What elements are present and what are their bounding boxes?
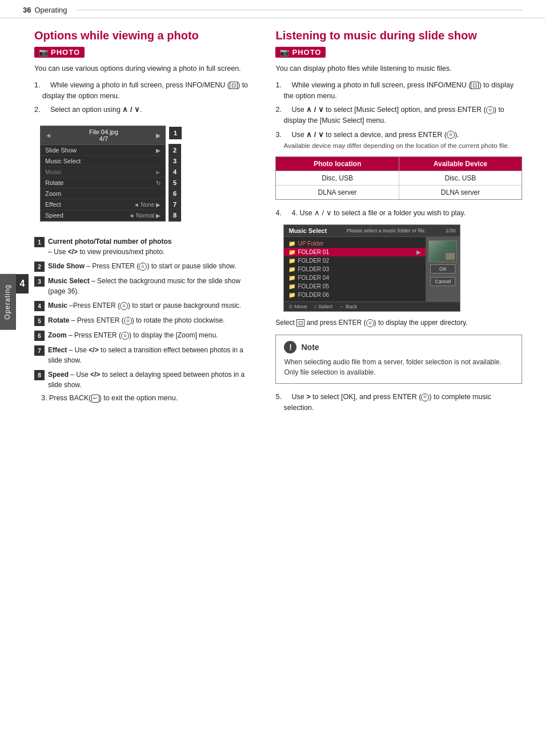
page-header: 36 Operating [0,0,545,18]
footer-move: ⊙ Move [288,304,307,309]
folder02-icon: 📁 [288,258,295,264]
left-intro: You can use various options during viewi… [34,63,253,74]
dialog-count: 1/30 [446,228,456,234]
menu-header-title: File 04.jpg4/7 [89,128,118,142]
note-header: ! Note [284,341,514,353]
dialog-title-bar: Music Select Please select a music folde… [284,225,460,237]
table-cell-dev-1: Disc, USB [399,171,522,185]
enter-circle-3: ⊙ [447,131,455,139]
footer-back: ← Back [339,304,357,309]
dialog-item-folder05[interactable]: 📁 FOLDER 05 [284,282,426,291]
desc-badge-2: 2 [34,262,45,272]
note-exclamation-icon: ! [284,341,296,353]
desc-badge-3: 3 [34,276,45,287]
device-table: Photo location Available Device Disc, US… [275,156,522,200]
right-column: Listening to music during slide show 📷 P… [270,29,522,739]
right-step-3: 3. Use ∧ / ∨ to select a device, and pre… [275,130,522,151]
dialog-item-folder02[interactable]: 📁 FOLDER 02 [284,256,426,265]
desc-badge-5: 5 [34,316,45,326]
desc-badge-8: 8 [34,370,45,380]
folder05-icon: 📁 [288,283,295,289]
footer-move-label: Move [294,304,307,309]
folder01-arrow: ▶ [416,249,421,255]
right-step-4: 4. 4. Use ∧ / ∨ to select a file or a fo… [275,208,522,219]
dialog-subtitle: Please select a music folder or file. [327,228,446,234]
badge-1: 1 [169,127,182,139]
menu-item-speed: Speed ◄ Normal ▶ 8 [41,210,165,221]
left-step-3: 3. Press BACK(↩) to exit the option menu… [34,394,253,403]
enter-circle-icon-2: ⊙ [120,302,128,310]
dialog-item-up[interactable]: 📁 UP Folder [284,239,426,248]
left-step-1: 1. While viewing a photo in full screen,… [34,80,253,102]
menu-item-music: Music ▶ 4 [41,167,165,178]
folder02-label: FOLDER 02 [298,258,328,264]
ok-button[interactable]: OK [430,264,455,274]
desc-item-7: 7 Effect – Use </> to select a transitio… [34,345,253,365]
dialog-item-folder06[interactable]: 📁 FOLDER 06 [284,291,426,299]
folder06-label: FOLDER 06 [298,292,328,298]
menu-header-left-arrow: ◄ [45,132,51,139]
right-section-title: Listening to music during slide show [275,29,522,42]
table-header-row: Photo location Available Device [276,157,522,171]
left-section-title: Options while viewing a photo [34,29,253,42]
right-step-5: 5. Use > to select [OK], and press ENTER… [275,392,522,413]
enter-circle-icon-3: ⊙ [124,317,132,325]
folder03-icon: 📁 [288,266,295,272]
dialog-list: 📁 UP Folder 📁 FOLDER 01 ▶ 📁 [284,237,426,301]
enter-circle-icon-1: ⊙ [139,263,147,271]
right-badge-camera-icon: 📷 [280,48,290,57]
desc-item-1: 1 Current photo/Total number of photos– … [34,236,253,257]
desc-badge-7: 7 [34,345,45,356]
folder06-icon: 📁 [288,292,295,298]
folder04-icon: 📁 [288,275,295,281]
menu-item-musicselect: Music Select 3 [41,156,165,167]
page-header-label: Operating [34,6,67,14]
music-select-dialog: Music Select Please select a music folde… [283,224,460,312]
dialog-body: 📁 UP Folder 📁 FOLDER 01 ▶ 📁 [284,237,460,301]
cancel-button[interactable]: Cancel [430,277,455,286]
right-step-1: 1. While viewing a photo in full screen,… [275,80,522,102]
table-cell-dev-2: DLNA server [399,186,522,199]
menu-item-zoom: Zoom 6 [41,188,165,199]
footer-select-label: Select [318,304,332,309]
enter-circle-icon-4: ⊙ [121,332,129,340]
dialog-thumbnail-area: OK Cancel [426,237,460,301]
left-photo-badge: 📷 PHOTO [34,47,85,58]
up-folder-icon: 📁 [288,240,295,247]
folder01-label: FOLDER 01 [298,249,328,255]
select-circle-icon: ○ [314,304,317,309]
table-cell-loc-2: DLNA server [276,186,399,199]
table-header-photo-location: Photo location [276,157,399,171]
dialog-item-folder03[interactable]: 📁 FOLDER 03 [284,265,426,274]
content-area: Options while viewing a photo 📷 PHOTO Yo… [0,18,545,756]
desc-item-3: 3 Music Select – Select the background m… [34,276,253,296]
table-row-2: DLNA server DLNA server [276,185,522,199]
folder03-label: FOLDER 03 [298,266,328,272]
dialog-item-folder04[interactable]: 📁 FOLDER 04 [284,274,426,282]
desc-badge-4: 4 [34,301,45,311]
right-step-2: 2. Use ∧ / ∨ to select [Music Select] op… [275,104,522,126]
desc-item-2: 2 Slide Show – Press ENTER (⊙) to start … [34,261,253,272]
left-column: Options while viewing a photo 📷 PHOTO Yo… [34,29,270,739]
note-title: Note [301,343,319,352]
page-container: 36 Operating Operating 4 Options while v… [0,0,545,756]
back-footer-icon: ← [339,304,344,309]
desc-badge-1: 1 [34,237,45,247]
note-text: When selecting audio file from a server,… [284,357,514,377]
badge-8: 8 [169,209,181,222]
side-tab-number: 4 [16,274,29,293]
up-folder-label: UP Folder [298,240,323,247]
folder05-label: FOLDER 05 [298,283,328,289]
folder01-icon: 📁 [288,249,295,255]
left-step-2: 2. Select an option using ∧ / ∨. [34,104,253,115]
menu-item-rotate: Rotate ↻ 5 [41,178,165,188]
table-row-1: Disc, USB Disc, USB [276,171,522,185]
menu-header: ◄ File 04.jpg4/7 ▶ 1 [41,126,165,145]
enter-circle-2: ⊙ [486,106,494,114]
right-photo-badge: 📷 PHOTO [275,47,326,58]
footer-select: ○ Select [314,304,332,309]
back-icon: ↩ [91,395,99,403]
thumbnail-image [428,240,457,262]
page-number: 36 [23,6,31,14]
dialog-item-folder01[interactable]: 📁 FOLDER 01 ▶ [284,248,426,256]
